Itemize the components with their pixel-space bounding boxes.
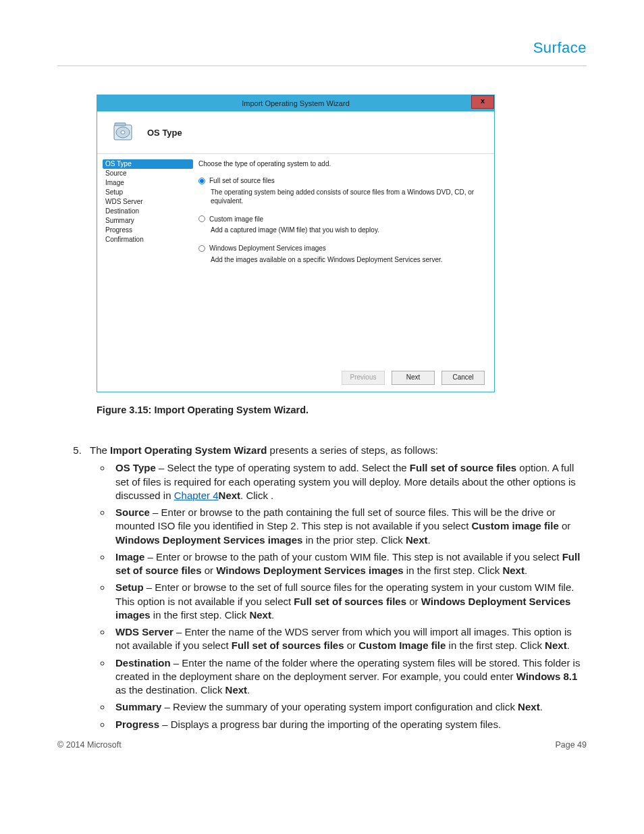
radio-option: Custom image fileAdd a captured image (W…: [198, 215, 485, 235]
bullet-item: Setup – Enter or browse to the set of fu…: [111, 581, 587, 622]
radio-label[interactable]: Windows Deployment Services images: [198, 244, 326, 253]
radio-option: Windows Deployment Services imagesAdd th…: [198, 244, 485, 264]
titlebar[interactable]: Import Operating System Wizard x: [97, 95, 494, 111]
radio-description: Add a captured image (WIM file) that you…: [211, 226, 485, 234]
bullet-item: OS Type – Select the type of operating s…: [111, 461, 587, 502]
svg-point-2: [121, 131, 125, 134]
svg-rect-3: [115, 123, 126, 126]
bullet-item: WDS Server – Enter the name of the WDS s…: [111, 625, 587, 653]
radio-input[interactable]: [198, 215, 205, 222]
nav-item[interactable]: OS Type: [103, 159, 193, 169]
brand-logo: Surface: [533, 39, 587, 57]
wizard-header: OS Type: [97, 111, 494, 154]
footer-right: Page 49: [555, 740, 587, 750]
radio-description: Add the images available on a specific W…: [211, 255, 485, 264]
window-title: Import Operating System Wizard: [242, 99, 350, 107]
divider: [57, 66, 587, 66]
nav-item[interactable]: Confirmation: [103, 235, 193, 244]
intro-text: The Import Operating System Wizard prese…: [90, 444, 438, 456]
radio-option: Full set of source filesThe operating sy…: [198, 176, 485, 205]
wizard-window: Import Operating System Wizard x OS Type…: [97, 95, 495, 392]
close-button[interactable]: x: [471, 95, 494, 109]
nav-item[interactable]: Destination: [103, 207, 193, 216]
nav-item[interactable]: Image: [103, 178, 193, 188]
bullet-item: Source – Enter or browse to the path con…: [111, 506, 587, 547]
radio-text: Windows Deployment Services images: [209, 244, 326, 253]
radio-input[interactable]: [198, 178, 205, 184]
cancel-button[interactable]: Cancel: [441, 371, 485, 385]
wizard-buttons: Previous Next Cancel: [342, 371, 485, 385]
bullet-item: Image – Enter or browse to the path of y…: [111, 550, 587, 578]
bullet-item: Progress – Displays a progress bar durin…: [111, 718, 587, 731]
radio-description: The operating system being added consist…: [211, 188, 485, 205]
radio-input[interactable]: [198, 245, 205, 252]
previous-button: Previous: [342, 371, 385, 385]
wizard-nav: OS TypeSourceImageSetupWDS ServerDestina…: [97, 154, 193, 392]
wizard-content: Choose the type of operating system to a…: [193, 154, 494, 392]
radio-label[interactable]: Full set of source files: [198, 176, 275, 185]
bullet-item: Summary – Review the summary of your ope…: [111, 700, 587, 714]
nav-item[interactable]: Source: [103, 169, 193, 178]
step-list: The Import Operating System Wizard prese…: [57, 444, 587, 731]
footer-left: © 2014 Microsoft: [57, 740, 122, 750]
figure-caption: Figure 3.15: Import Operating System Wiz…: [97, 405, 495, 415]
page-footer: © 2014 Microsoft Page 49: [57, 740, 587, 750]
wizard-step-title: OS Type: [147, 128, 182, 138]
chapter-link[interactable]: Chapter 4: [174, 490, 219, 501]
radio-label[interactable]: Custom image file: [198, 215, 263, 224]
nav-item[interactable]: WDS Server: [103, 197, 193, 207]
content-prompt: Choose the type of operating system to a…: [198, 159, 485, 168]
nav-item[interactable]: Progress: [103, 226, 193, 235]
nav-item[interactable]: Summary: [103, 216, 193, 226]
disc-icon: [112, 121, 135, 144]
nav-item[interactable]: Setup: [103, 188, 193, 197]
radio-text: Full set of source files: [209, 176, 275, 185]
list-item: The Import Operating System Wizard prese…: [84, 444, 587, 731]
radio-text: Custom image file: [209, 215, 263, 224]
bullet-item: Destination – Enter the name of the fold…: [111, 656, 587, 698]
bullet-list: OS Type – Select the type of operating s…: [90, 461, 587, 731]
next-button[interactable]: Next: [392, 371, 435, 385]
